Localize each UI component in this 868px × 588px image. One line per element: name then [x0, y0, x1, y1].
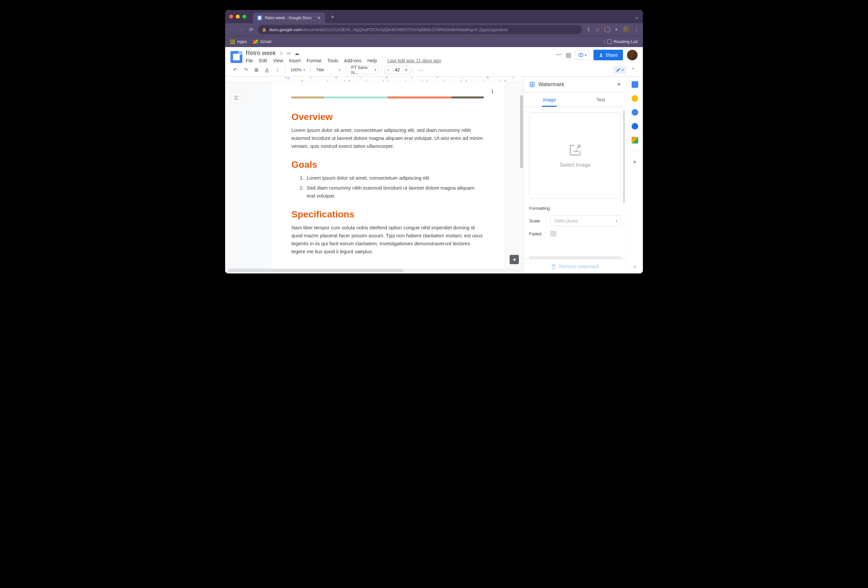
style-select[interactable]: Title▾ — [313, 66, 343, 74]
minimize-window-button[interactable] — [236, 15, 240, 19]
new-tab-button[interactable]: ＋ — [329, 13, 335, 21]
menu-insert[interactable]: Insert — [289, 58, 301, 63]
share-person-icon — [599, 53, 604, 57]
document-title[interactable]: Retro week — [246, 50, 276, 57]
url-bar[interactable]: 🔒 docs.google.com/document/d/1xG1zOE4X_H… — [258, 25, 582, 34]
docs-header: Retro week ☆ ⇨ ☁ File Edit View Insert F… — [225, 47, 643, 63]
heading-overview: Overview — [291, 112, 484, 122]
editing-mode-button[interactable]: ▾ — [613, 66, 626, 74]
lock-icon: 🔒 — [262, 28, 267, 32]
print-button[interactable]: 🖶 — [252, 65, 261, 75]
star-button[interactable]: ☆ — [279, 50, 283, 56]
tab-close-button[interactable]: ✕ — [317, 15, 321, 21]
contacts-rail-icon[interactable] — [632, 123, 638, 130]
move-button[interactable]: ⇨ — [287, 50, 291, 56]
svg-rect-2 — [235, 96, 238, 96]
traffic-lights — [229, 15, 247, 19]
docs-favicon — [257, 15, 262, 21]
menu-file[interactable]: File — [246, 58, 253, 63]
back-button[interactable]: ← — [229, 27, 235, 32]
browser-window: Retro week - Google Docs ✕ ＋ ⌄ ← → ⟳ 🔒 d… — [225, 10, 643, 273]
sidebar-scrollbar[interactable] — [623, 111, 625, 203]
bookmark-star-icon[interactable]: ☆ — [595, 27, 600, 32]
scale-select[interactable]: 100% (Auto) ▾ — [551, 215, 621, 226]
tab-text[interactable]: Text — [575, 93, 627, 107]
font-size-control: − 42 + — [384, 66, 410, 74]
faded-checkbox[interactable]: ✓ — [551, 231, 557, 237]
font-size-value[interactable]: 42 — [392, 66, 403, 74]
explore-button[interactable]: ✦ — [509, 255, 519, 264]
docs-logo[interactable] — [230, 51, 242, 63]
extensions-puzzle-icon[interactable]: ✦ — [614, 27, 619, 32]
remove-watermark-button[interactable]: Remove watermark — [524, 259, 626, 273]
font-select[interactable]: PT Sans N…▾ — [349, 66, 379, 74]
horizontal-ruler[interactable]: · 2 · · 1 · · | · · 1 · · | · · 2 · · | … — [225, 77, 524, 82]
maximize-window-button[interactable] — [242, 15, 247, 19]
menu-format[interactable]: Format — [307, 58, 321, 63]
forward-button[interactable]: → — [239, 27, 244, 32]
document-page[interactable]: 1 Overview Lorem ipsum dolor sit amet, c… — [272, 82, 503, 269]
font-size-decrease[interactable]: − — [385, 67, 392, 73]
document-scroll[interactable]: 1 Overview Lorem ipsum dolor sit amet, c… — [225, 82, 524, 269]
profile-avatar[interactable] — [623, 26, 630, 33]
page-number: 1 — [491, 88, 494, 94]
keep-rail-icon[interactable] — [632, 95, 638, 102]
horizontal-scrollbar[interactable] — [228, 269, 521, 272]
add-addon-button[interactable]: + — [633, 158, 637, 166]
overview-body: Lorem ipsum dolor sit amet, consectetuer… — [291, 126, 484, 150]
undo-button[interactable]: ↶ — [230, 65, 240, 75]
browser-menu-button[interactable]: ⋮ — [634, 27, 639, 32]
browser-tab[interactable]: Retro week - Google Docs ✕ — [253, 13, 325, 23]
collapse-toolbar-button[interactable]: ⌃ — [628, 65, 638, 75]
vertical-scrollbar[interactable] — [520, 95, 523, 168]
tabs-menu-button[interactable]: ⌄ — [635, 13, 639, 20]
share-button[interactable]: Share — [593, 50, 623, 60]
main-area: · 2 · · 1 · · | · · 1 · · | · · 2 · · | … — [225, 77, 643, 273]
zoom-select[interactable]: 100%▾ — [288, 66, 308, 74]
comments-icon[interactable]: ▤ — [565, 52, 571, 59]
cloud-status-icon[interactable]: ☁ — [294, 50, 300, 56]
list-item: Sed diam nonummy nibh euismod tincidunt … — [306, 184, 484, 200]
menu-tools[interactable]: Tools — [327, 58, 338, 63]
calendar-rail-icon[interactable] — [632, 81, 638, 88]
tab-image[interactable]: Image — [524, 93, 575, 107]
tasks-rail-icon[interactable] — [632, 109, 638, 116]
select-image-dropzone[interactable]: Select Image — [529, 112, 621, 199]
last-edit-link[interactable]: Last edit was 11 days ago — [388, 58, 441, 63]
svg-rect-3 — [235, 97, 237, 98]
select-image-label: Select Image — [559, 162, 590, 168]
account-avatar[interactable] — [627, 50, 638, 60]
add-image-icon — [568, 143, 583, 158]
menu-edit[interactable]: Edit — [259, 58, 267, 63]
menu-addons[interactable]: Add-ons — [344, 58, 362, 63]
gmail-bookmark[interactable]: Gmail — [253, 39, 272, 44]
menu-help[interactable]: Help — [368, 58, 377, 63]
redo-button[interactable]: ↷ — [241, 65, 250, 75]
hide-rail-button[interactable]: › — [634, 264, 636, 270]
reload-button[interactable]: ⟳ — [249, 27, 253, 33]
sidebar-close-button[interactable]: ✕ — [617, 81, 621, 87]
activity-icon[interactable]: 〰 — [556, 52, 562, 59]
watermark-sidebar: Watermark ✕ Image Text Select Image Form… — [524, 77, 626, 273]
sidebar-title: Watermark — [539, 81, 613, 87]
close-window-button[interactable] — [229, 15, 233, 19]
share-icon[interactable]: ⇪ — [586, 27, 591, 32]
apps-grid-icon — [230, 40, 235, 44]
present-button[interactable]: ▾ — [575, 50, 589, 60]
menu-view[interactable]: View — [273, 58, 283, 63]
font-size-increase[interactable]: + — [403, 67, 410, 73]
bookmarks-bar: Apps Gmail | Reading List — [225, 36, 643, 47]
sidebar-h-scrollbar[interactable] — [529, 256, 621, 259]
indent-marker-icon[interactable] — [287, 78, 290, 80]
apps-bookmark[interactable]: Apps — [230, 39, 247, 44]
extension-icon[interactable] — [604, 27, 610, 32]
formatting-section-label: Formatting — [529, 206, 621, 211]
paint-format-button[interactable]: ⟊ — [273, 65, 282, 75]
rail-separator — [631, 151, 639, 151]
more-tools-button[interactable]: ⋯ — [416, 65, 425, 75]
reading-list-button[interactable]: | Reading List — [604, 39, 638, 44]
spellcheck-button[interactable]: A — [262, 65, 272, 75]
outline-toggle-button[interactable] — [231, 93, 242, 103]
watermark-icon — [529, 81, 535, 87]
maps-rail-icon[interactable] — [632, 137, 638, 143]
